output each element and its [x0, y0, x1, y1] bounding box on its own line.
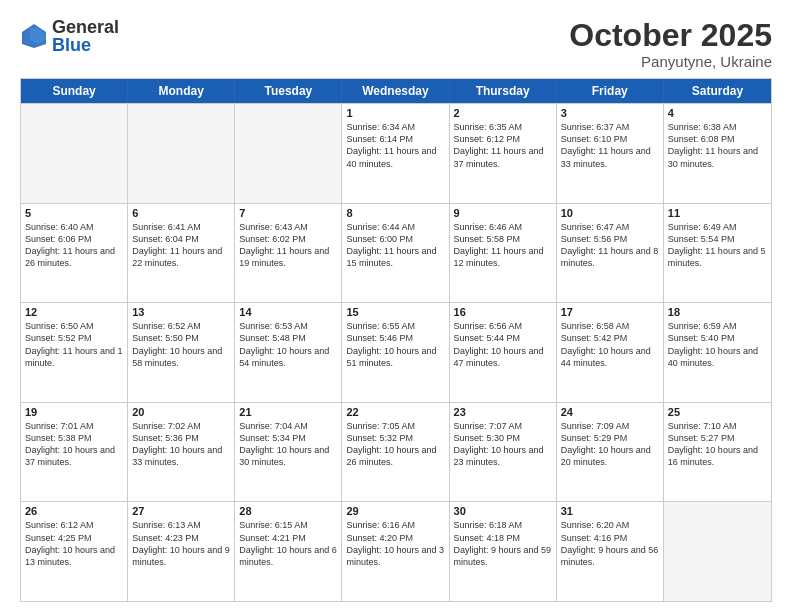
- cell-w0-d6: 4Sunrise: 6:38 AM Sunset: 6:08 PM Daylig…: [664, 104, 771, 203]
- cell-text-w3-d5: Sunrise: 7:09 AM Sunset: 5:29 PM Dayligh…: [561, 420, 659, 469]
- cell-w3-d1: 20Sunrise: 7:02 AM Sunset: 5:36 PM Dayli…: [128, 403, 235, 502]
- cell-text-w4-d1: Sunrise: 6:13 AM Sunset: 4:23 PM Dayligh…: [132, 519, 230, 568]
- day-number-w1-d6: 11: [668, 207, 767, 219]
- day-number-w1-d4: 9: [454, 207, 552, 219]
- header-sunday: Sunday: [21, 79, 128, 103]
- cell-text-w0-d3: Sunrise: 6:34 AM Sunset: 6:14 PM Dayligh…: [346, 121, 444, 170]
- cell-w1-d2: 7Sunrise: 6:43 AM Sunset: 6:02 PM Daylig…: [235, 204, 342, 303]
- day-number-w0-d4: 2: [454, 107, 552, 119]
- cell-text-w4-d4: Sunrise: 6:18 AM Sunset: 4:18 PM Dayligh…: [454, 519, 552, 568]
- day-number-w3-d3: 22: [346, 406, 444, 418]
- cell-text-w4-d5: Sunrise: 6:20 AM Sunset: 4:16 PM Dayligh…: [561, 519, 659, 568]
- day-number-w3-d4: 23: [454, 406, 552, 418]
- cell-text-w2-d0: Sunrise: 6:50 AM Sunset: 5:52 PM Dayligh…: [25, 320, 123, 369]
- header-saturday: Saturday: [664, 79, 771, 103]
- cell-w1-d3: 8Sunrise: 6:44 AM Sunset: 6:00 PM Daylig…: [342, 204, 449, 303]
- month-title: October 2025: [569, 18, 772, 53]
- cell-text-w2-d2: Sunrise: 6:53 AM Sunset: 5:48 PM Dayligh…: [239, 320, 337, 369]
- cell-w3-d6: 25Sunrise: 7:10 AM Sunset: 5:27 PM Dayli…: [664, 403, 771, 502]
- day-number-w3-d5: 24: [561, 406, 659, 418]
- cell-text-w3-d1: Sunrise: 7:02 AM Sunset: 5:36 PM Dayligh…: [132, 420, 230, 469]
- cell-text-w4-d2: Sunrise: 6:15 AM Sunset: 4:21 PM Dayligh…: [239, 519, 337, 568]
- day-number-w3-d1: 20: [132, 406, 230, 418]
- cell-w0-d0: [21, 104, 128, 203]
- cell-w0-d4: 2Sunrise: 6:35 AM Sunset: 6:12 PM Daylig…: [450, 104, 557, 203]
- page: General Blue October 2025 Panyutyne, Ukr…: [0, 0, 792, 612]
- cell-text-w1-d3: Sunrise: 6:44 AM Sunset: 6:00 PM Dayligh…: [346, 221, 444, 270]
- cell-w4-d0: 26Sunrise: 6:12 AM Sunset: 4:25 PM Dayli…: [21, 502, 128, 601]
- day-number-w0-d6: 4: [668, 107, 767, 119]
- cell-w4-d2: 28Sunrise: 6:15 AM Sunset: 4:21 PM Dayli…: [235, 502, 342, 601]
- day-number-w1-d3: 8: [346, 207, 444, 219]
- cell-text-w3-d4: Sunrise: 7:07 AM Sunset: 5:30 PM Dayligh…: [454, 420, 552, 469]
- cell-w4-d3: 29Sunrise: 6:16 AM Sunset: 4:20 PM Dayli…: [342, 502, 449, 601]
- calendar-body: 1Sunrise: 6:34 AM Sunset: 6:14 PM Daylig…: [21, 103, 771, 601]
- cell-text-w2-d6: Sunrise: 6:59 AM Sunset: 5:40 PM Dayligh…: [668, 320, 767, 369]
- header-friday: Friday: [557, 79, 664, 103]
- week-row-0: 1Sunrise: 6:34 AM Sunset: 6:14 PM Daylig…: [21, 103, 771, 203]
- cell-w1-d0: 5Sunrise: 6:40 AM Sunset: 6:06 PM Daylig…: [21, 204, 128, 303]
- cell-w1-d5: 10Sunrise: 6:47 AM Sunset: 5:56 PM Dayli…: [557, 204, 664, 303]
- header-monday: Monday: [128, 79, 235, 103]
- cell-w2-d1: 13Sunrise: 6:52 AM Sunset: 5:50 PM Dayli…: [128, 303, 235, 402]
- cell-text-w4-d0: Sunrise: 6:12 AM Sunset: 4:25 PM Dayligh…: [25, 519, 123, 568]
- cell-w0-d5: 3Sunrise: 6:37 AM Sunset: 6:10 PM Daylig…: [557, 104, 664, 203]
- day-number-w0-d5: 3: [561, 107, 659, 119]
- cell-w1-d1: 6Sunrise: 6:41 AM Sunset: 6:04 PM Daylig…: [128, 204, 235, 303]
- day-number-w2-d0: 12: [25, 306, 123, 318]
- title-block: October 2025 Panyutyne, Ukraine: [569, 18, 772, 70]
- cell-w4-d4: 30Sunrise: 6:18 AM Sunset: 4:18 PM Dayli…: [450, 502, 557, 601]
- cell-text-w3-d6: Sunrise: 7:10 AM Sunset: 5:27 PM Dayligh…: [668, 420, 767, 469]
- cell-w3-d5: 24Sunrise: 7:09 AM Sunset: 5:29 PM Dayli…: [557, 403, 664, 502]
- cell-w0-d2: [235, 104, 342, 203]
- cell-w2-d3: 15Sunrise: 6:55 AM Sunset: 5:46 PM Dayli…: [342, 303, 449, 402]
- week-row-1: 5Sunrise: 6:40 AM Sunset: 6:06 PM Daylig…: [21, 203, 771, 303]
- cell-w0-d1: [128, 104, 235, 203]
- cell-text-w1-d4: Sunrise: 6:46 AM Sunset: 5:58 PM Dayligh…: [454, 221, 552, 270]
- cell-w1-d6: 11Sunrise: 6:49 AM Sunset: 5:54 PM Dayli…: [664, 204, 771, 303]
- cell-w3-d3: 22Sunrise: 7:05 AM Sunset: 5:32 PM Dayli…: [342, 403, 449, 502]
- cell-w4-d6: [664, 502, 771, 601]
- cell-text-w1-d1: Sunrise: 6:41 AM Sunset: 6:04 PM Dayligh…: [132, 221, 230, 270]
- day-number-w4-d0: 26: [25, 505, 123, 517]
- cell-text-w3-d0: Sunrise: 7:01 AM Sunset: 5:38 PM Dayligh…: [25, 420, 123, 469]
- header-thursday: Thursday: [450, 79, 557, 103]
- cell-text-w2-d3: Sunrise: 6:55 AM Sunset: 5:46 PM Dayligh…: [346, 320, 444, 369]
- cell-w0-d3: 1Sunrise: 6:34 AM Sunset: 6:14 PM Daylig…: [342, 104, 449, 203]
- cell-text-w1-d0: Sunrise: 6:40 AM Sunset: 6:06 PM Dayligh…: [25, 221, 123, 270]
- day-number-w1-d1: 6: [132, 207, 230, 219]
- day-number-w2-d5: 17: [561, 306, 659, 318]
- day-number-w4-d5: 31: [561, 505, 659, 517]
- cell-text-w1-d5: Sunrise: 6:47 AM Sunset: 5:56 PM Dayligh…: [561, 221, 659, 270]
- day-number-w4-d4: 30: [454, 505, 552, 517]
- cell-text-w3-d3: Sunrise: 7:05 AM Sunset: 5:32 PM Dayligh…: [346, 420, 444, 469]
- header: General Blue October 2025 Panyutyne, Ukr…: [20, 18, 772, 70]
- cell-text-w2-d5: Sunrise: 6:58 AM Sunset: 5:42 PM Dayligh…: [561, 320, 659, 369]
- day-number-w4-d3: 29: [346, 505, 444, 517]
- cell-text-w1-d2: Sunrise: 6:43 AM Sunset: 6:02 PM Dayligh…: [239, 221, 337, 270]
- logo-text: General Blue: [52, 18, 119, 54]
- cell-w2-d6: 18Sunrise: 6:59 AM Sunset: 5:40 PM Dayli…: [664, 303, 771, 402]
- cell-w2-d2: 14Sunrise: 6:53 AM Sunset: 5:48 PM Dayli…: [235, 303, 342, 402]
- location: Panyutyne, Ukraine: [569, 53, 772, 70]
- logo-general-text: General: [52, 18, 119, 36]
- logo-blue-text: Blue: [52, 36, 119, 54]
- week-row-2: 12Sunrise: 6:50 AM Sunset: 5:52 PM Dayli…: [21, 302, 771, 402]
- day-number-w1-d0: 5: [25, 207, 123, 219]
- day-number-w3-d0: 19: [25, 406, 123, 418]
- cell-w3-d4: 23Sunrise: 7:07 AM Sunset: 5:30 PM Dayli…: [450, 403, 557, 502]
- day-number-w4-d2: 28: [239, 505, 337, 517]
- cell-w1-d4: 9Sunrise: 6:46 AM Sunset: 5:58 PM Daylig…: [450, 204, 557, 303]
- cell-text-w0-d5: Sunrise: 6:37 AM Sunset: 6:10 PM Dayligh…: [561, 121, 659, 170]
- cell-w2-d5: 17Sunrise: 6:58 AM Sunset: 5:42 PM Dayli…: [557, 303, 664, 402]
- day-number-w2-d6: 18: [668, 306, 767, 318]
- cell-text-w2-d4: Sunrise: 6:56 AM Sunset: 5:44 PM Dayligh…: [454, 320, 552, 369]
- day-number-w2-d4: 16: [454, 306, 552, 318]
- day-number-w1-d5: 10: [561, 207, 659, 219]
- cell-text-w1-d6: Sunrise: 6:49 AM Sunset: 5:54 PM Dayligh…: [668, 221, 767, 270]
- cell-w2-d4: 16Sunrise: 6:56 AM Sunset: 5:44 PM Dayli…: [450, 303, 557, 402]
- week-row-4: 26Sunrise: 6:12 AM Sunset: 4:25 PM Dayli…: [21, 501, 771, 601]
- day-number-w2-d1: 13: [132, 306, 230, 318]
- day-number-w1-d2: 7: [239, 207, 337, 219]
- logo-icon: [20, 22, 48, 50]
